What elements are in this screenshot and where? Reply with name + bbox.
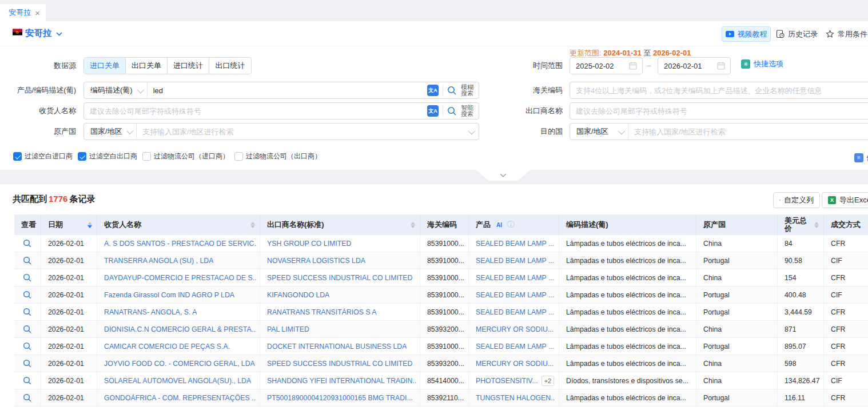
origin-input[interactable] [137,124,468,140]
cell-description: Lâmpadas e tubos eléctricos de inca... [559,355,696,372]
data-source-tab-2[interactable]: 进口统计 [168,58,209,74]
header-col-date[interactable]: 日期 [41,214,97,235]
origin-select[interactable]: 国家/地区 [84,124,137,140]
fuzzy-search-label[interactable]: 模糊搜索 [461,84,473,97]
cell-origin: Portugal [696,304,778,320]
product-search-input[interactable] [148,82,427,98]
chevron-down-icon[interactable] [56,32,62,36]
calendar-icon [717,62,725,70]
view-detail-icon[interactable] [23,393,32,403]
cell-description: Lâmpadas e tubos eléctricos de inca... [559,304,696,320]
export-excel-button[interactable]: X 导出Exce [822,192,868,208]
checkbox-icon[interactable] [78,152,86,161]
cell-usd-total: 871 [778,321,824,337]
date-end-input[interactable] [658,57,731,74]
cell-date: 2026-02-01 [41,338,97,355]
table-row: 2026-02-01TRANSERRA ANGOLA (SU) , LDANOV… [14,252,868,269]
cell-hs-code: 85391000... [420,252,469,269]
cell-date: 2026-02-01 [41,286,97,303]
cell-exporter: SPEED SUCCESS INDUSTRIAL CO LIMITED [260,269,420,286]
filter-checkbox-2[interactable]: 过滤物流公司（进口商） [142,152,229,161]
exporter-input[interactable] [570,103,868,119]
filter-checkbox-0[interactable]: 过滤空白进口商 [13,152,73,161]
view-detail-icon[interactable] [23,239,32,248]
more-products-badge[interactable]: +2 [541,376,555,386]
cell-view [14,235,41,252]
filter-checkboxes: 过滤空白进口商过滤空白出口商过滤物流公司（进口商）过滤物流公司（出口商） [13,152,321,161]
columns-icon [779,196,781,204]
cell-product: PHOTOSENSITIV...+2 [469,372,559,389]
table-row: 2026-02-01CAMICAR COMERCIO DE PEÇAS S.A.… [14,338,868,355]
sort-icons[interactable] [811,222,819,228]
date-start-value[interactable] [570,58,629,74]
header-col-view: 查看 [14,214,41,235]
calendar-icon [629,62,637,70]
search-icon[interactable] [447,86,457,95]
view-detail-icon[interactable] [23,325,32,334]
cell-date: 2026-02-01 [41,355,97,372]
header-col-consignee[interactable]: 收货人名称 [97,214,260,235]
cell-exporter: YSH GROUP CO LIMITED [260,235,420,252]
checkbox-icon[interactable] [234,152,243,161]
date-start-input[interactable] [570,57,643,74]
history-button[interactable]: 历史记录 [776,26,818,42]
translate-icon[interactable]: 文A [427,85,439,96]
quick-options-button[interactable]: ✳ 快捷选项 [741,59,783,69]
filter-checkbox-3[interactable]: 过滤物流公司（出口商） [234,152,321,161]
customize-columns-button[interactable]: 自定义列 [773,192,820,208]
cell-usd-total: 895.07 [778,338,824,355]
product-field-select[interactable]: 编码描述(葡) [84,82,148,98]
cell-date: 2026-02-01 [41,269,97,286]
info-icon[interactable]: ⓘ [507,220,515,230]
destination-select[interactable]: 国家/地区 [570,124,628,140]
product-label: 产品/编码描述(葡) [0,82,76,99]
header-col-exporter[interactable]: 出口商名称(标准) [260,214,420,235]
sort-icons[interactable] [84,222,92,228]
collapse-handle[interactable] [476,170,531,181]
header-col-usd-total[interactable]: 美元总价 [778,214,824,235]
hs-code-input[interactable] [570,82,868,98]
translate-icon[interactable]: 文A [427,105,439,117]
header-col-description: 编码描述(葡) [559,214,696,235]
cell-consignee: TRANSERRA ANGOLA (SU) , LDA [97,252,260,269]
view-detail-icon[interactable] [23,376,32,385]
table-row: 2026-02-01A. S DOS SANTOS - PRESTACAO DE… [14,235,868,252]
data-source-label: 数据源 [0,57,76,74]
checkbox-icon[interactable] [142,152,151,161]
close-icon[interactable]: × [35,9,40,17]
date-end-value[interactable] [658,58,717,74]
cell-origin: China [696,355,778,372]
cell-hs-code: 85414000... [420,372,469,389]
cell-product: MERCURY OR SODIU... [469,321,559,337]
view-detail-icon[interactable] [23,273,32,282]
data-source-tab-0[interactable]: 进口关单 [84,58,126,74]
destination-input[interactable] [628,124,868,140]
view-detail-icon[interactable] [23,359,32,368]
checkbox-icon[interactable] [13,152,22,161]
page-title[interactable]: 安哥拉 [25,21,52,46]
video-tutorial-button[interactable]: 视频教程 [722,26,771,42]
ai-badge: AI [494,221,504,229]
consignee-input[interactable] [84,103,427,119]
data-source-tab-1[interactable]: 出口关单 [126,58,168,74]
table-row: 2026-02-01DIONISIA.C.N COMERCIO GERAL & … [14,321,868,338]
tab-angola[interactable]: 安哥拉 × [0,4,46,21]
sort-icons[interactable] [407,222,415,228]
smart-search-label[interactable]: 智能搜索 [461,105,473,117]
view-detail-icon[interactable] [23,290,32,300]
cell-consignee: DIONISIA.C.N COMERCIO GERAL & PRESTA... [97,321,260,337]
filter-panel: 数据源 进口关单出口关单进口统计出口统计 更新范围: 2024-01-31 至 … [0,46,868,170]
search-icon[interactable] [447,106,457,116]
view-detail-icon[interactable] [23,308,32,317]
table-row: 2026-02-01SOLAREAL AUTOMOVEL ANGOLA(SU).… [14,372,868,389]
sort-icons[interactable] [247,222,255,228]
favorites-button[interactable]: 常用条件 [826,26,867,42]
view-detail-icon[interactable] [23,342,32,351]
cell-usd-total: 116.11 [778,389,824,406]
cell-hs-code: 85391000... [420,269,469,286]
data-source-tab-3[interactable]: 出口统计 [209,58,251,74]
view-detail-icon[interactable] [23,256,32,265]
filter-checkbox-1[interactable]: 过滤空白出口商 [78,152,137,161]
cell-origin: China [696,235,778,252]
save-conditions-button[interactable]: ≡ 保存条件 [854,153,868,163]
